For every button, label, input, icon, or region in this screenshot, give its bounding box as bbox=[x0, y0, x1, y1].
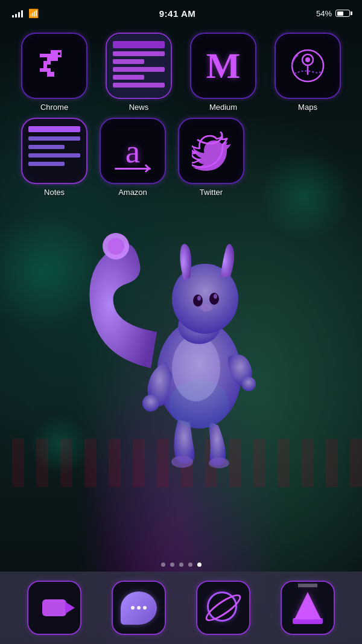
svg-rect-22 bbox=[54, 50, 58, 54]
svg-point-4 bbox=[193, 295, 203, 307]
status-time: 9:41 AM bbox=[159, 8, 195, 19]
dock-item-messages[interactable] bbox=[112, 581, 166, 635]
svg-rect-18 bbox=[47, 54, 51, 57]
news-icon[interactable] bbox=[106, 33, 172, 99]
mewtwo-character bbox=[78, 187, 284, 477]
video-camera-lens-icon bbox=[65, 602, 75, 614]
svg-rect-30 bbox=[43, 65, 47, 68]
explorer-icon[interactable] bbox=[196, 581, 250, 635]
app-item-chrome[interactable]: Chrome bbox=[18, 33, 91, 112]
svg-point-7 bbox=[214, 294, 217, 299]
notes-icon[interactable] bbox=[21, 118, 87, 184]
svg-rect-26 bbox=[51, 57, 54, 61]
svg-point-5 bbox=[209, 293, 219, 305]
svg-rect-16 bbox=[40, 54, 43, 57]
video-camera-body-icon bbox=[42, 599, 66, 616]
svg-rect-31 bbox=[43, 68, 47, 72]
svg-rect-28 bbox=[47, 61, 51, 65]
svg-rect-29 bbox=[43, 61, 47, 65]
app-row-1: Chrome News M Medium bbox=[12, 33, 350, 112]
medium-icon[interactable]: M bbox=[190, 33, 256, 99]
dock bbox=[0, 572, 362, 644]
app-item-twitter[interactable]: Twitter bbox=[175, 118, 247, 197]
twitter-label: Twitter bbox=[200, 188, 223, 197]
app-item-notes[interactable]: Notes bbox=[18, 118, 91, 197]
page-dot-1[interactable] bbox=[161, 563, 165, 567]
page-dot-2[interactable] bbox=[170, 563, 174, 567]
svg-point-39 bbox=[305, 57, 310, 62]
battery-percentage: 54% bbox=[316, 9, 332, 18]
notes-label: Notes bbox=[44, 188, 65, 197]
status-left: 📶 bbox=[12, 8, 39, 18]
twitter-icon[interactable] bbox=[178, 118, 244, 184]
svg-rect-17 bbox=[43, 54, 47, 57]
status-bar: 📶 9:41 AM 54% bbox=[0, 0, 362, 27]
dock-item-explorer[interactable] bbox=[196, 581, 250, 635]
chrome-label: Chrome bbox=[40, 103, 68, 112]
app-item-news[interactable]: News bbox=[103, 33, 175, 112]
wifi-icon: 📶 bbox=[28, 8, 39, 18]
maps-icon[interactable] bbox=[275, 33, 341, 99]
app-grid: Chrome News M Medium bbox=[0, 33, 362, 203]
svg-point-15 bbox=[169, 380, 229, 429]
facetime-icon[interactable] bbox=[27, 581, 81, 635]
page-dot-3[interactable] bbox=[179, 563, 183, 567]
app-item-amazon[interactable]: a Amazon bbox=[97, 118, 169, 197]
app-row-2: Notes a Amazon Twitter bbox=[12, 118, 350, 197]
svg-rect-36 bbox=[58, 53, 60, 55]
maps-label: Maps bbox=[298, 103, 317, 112]
svg-point-8 bbox=[200, 304, 212, 311]
vlc-cone-icon bbox=[294, 592, 321, 619]
battery-icon bbox=[335, 10, 350, 17]
svg-rect-21 bbox=[51, 50, 54, 54]
amazon-icon[interactable]: a bbox=[100, 118, 166, 184]
svg-point-6 bbox=[197, 296, 201, 301]
medium-label: Medium bbox=[209, 103, 237, 112]
vlc-icon[interactable] bbox=[281, 581, 335, 635]
svg-rect-35 bbox=[51, 72, 54, 77]
svg-rect-27 bbox=[47, 57, 51, 61]
news-label: News bbox=[129, 103, 149, 112]
app-item-medium[interactable]: M Medium bbox=[187, 33, 259, 112]
page-dot-4[interactable] bbox=[188, 563, 192, 567]
signal-icon bbox=[12, 9, 23, 18]
page-dot-5[interactable] bbox=[197, 563, 202, 567]
svg-rect-32 bbox=[47, 68, 51, 72]
page-dots bbox=[0, 563, 362, 567]
amazon-label: Amazon bbox=[118, 188, 147, 197]
svg-rect-25 bbox=[54, 57, 58, 61]
svg-point-13 bbox=[171, 456, 193, 468]
svg-rect-20 bbox=[54, 54, 58, 57]
svg-rect-34 bbox=[47, 72, 51, 77]
svg-point-12 bbox=[241, 377, 256, 391]
dock-item-vlc[interactable] bbox=[281, 581, 335, 635]
chat-bubble-icon bbox=[121, 591, 157, 625]
svg-rect-33 bbox=[40, 68, 43, 72]
svg-point-14 bbox=[209, 457, 229, 468]
svg-point-10 bbox=[107, 238, 124, 255]
svg-rect-19 bbox=[51, 54, 54, 57]
status-right: 54% bbox=[316, 9, 350, 18]
messages-icon[interactable] bbox=[112, 581, 166, 635]
chrome-icon[interactable] bbox=[21, 33, 87, 99]
app-item-maps[interactable]: Maps bbox=[272, 33, 344, 112]
svg-point-11 bbox=[142, 395, 159, 412]
dock-item-facetime[interactable] bbox=[27, 581, 81, 635]
